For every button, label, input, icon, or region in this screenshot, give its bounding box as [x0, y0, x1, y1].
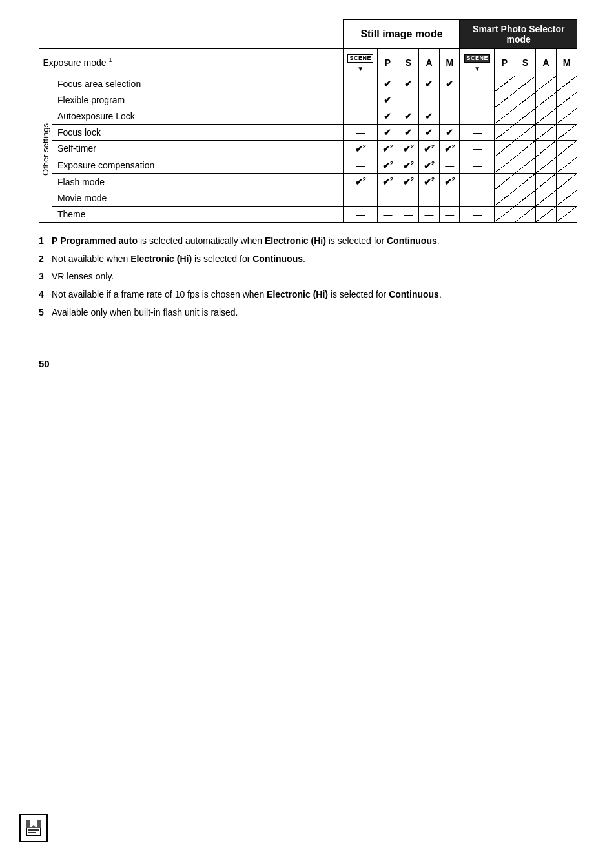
table-row: Autoexposure Lock — ✔ ✔ ✔ — — — [39, 108, 577, 125]
cell-scene-still: — — [344, 76, 378, 92]
col-s-still: S — [398, 49, 418, 76]
cell-p-still: ✔ — [377, 125, 398, 141]
feature-name: Self-timer — [52, 141, 344, 157]
cell-s-still: ✔ — [398, 108, 418, 125]
cell-p-smart — [495, 92, 515, 108]
cell-a-smart — [536, 174, 557, 190]
cell-scene-still: — — [344, 157, 378, 174]
feature-name: Theme — [52, 206, 344, 222]
col-scene-still: SCENE▼ — [344, 49, 378, 76]
cell-s-still: ✔ — [398, 125, 418, 141]
cell-p-smart — [495, 190, 515, 206]
cell-a-still: ✔2 — [418, 141, 439, 157]
page-content: Still image mode Smart Photo Selector mo… — [39, 19, 577, 369]
cell-a-still: ✔ — [418, 125, 439, 141]
cell-a-smart — [536, 108, 557, 125]
cell-p-still: ✔2 — [377, 174, 398, 190]
cell-a-still: — — [418, 92, 439, 108]
footnote-num-4: 4 — [39, 288, 49, 301]
cell-m-still: ✔2 — [439, 174, 460, 190]
svg-rect-3 — [28, 832, 36, 833]
footnote-5: 5 Available only when built-in flash uni… — [39, 306, 577, 320]
exposure-mode-label: Exposure mode 1 — [39, 49, 344, 76]
feature-name: Focus area selection — [52, 76, 344, 92]
cell-s-smart — [515, 157, 536, 174]
cell-m-still: ✔2 — [439, 141, 460, 157]
bottom-left-icon — [19, 814, 48, 842]
cell-p-smart — [495, 141, 515, 157]
side-label-cell: Other settings — [39, 76, 52, 223]
compatibility-table: Still image mode Smart Photo Selector mo… — [39, 19, 577, 223]
cell-s-smart — [515, 206, 536, 222]
cell-m-smart — [557, 108, 577, 125]
scene-badge-still: SCENE — [347, 54, 373, 63]
cell-p-smart — [495, 108, 515, 125]
cell-s-still: — — [398, 206, 418, 222]
still-mode-header: Still image mode — [344, 20, 460, 49]
table-row: Flash mode ✔2 ✔2 ✔2 ✔2 ✔2 — — [39, 174, 577, 190]
cell-a-smart — [536, 125, 557, 141]
cell-p-still: — — [377, 190, 398, 206]
cell-p-smart — [495, 174, 515, 190]
cell-p-smart — [495, 125, 515, 141]
cell-m-still: ✔ — [439, 125, 460, 141]
cell-s-smart — [515, 92, 536, 108]
cell-a-smart — [536, 76, 557, 92]
feature-name: Movie mode — [52, 190, 344, 206]
smart-mode-header: Smart Photo Selector mode — [460, 20, 577, 49]
cell-s-smart — [515, 190, 536, 206]
footnote-num-3: 3 — [39, 270, 49, 283]
table-row: Theme — — — — — — — [39, 206, 577, 222]
cell-s-still: ✔ — [398, 76, 418, 92]
cell-m-smart — [557, 206, 577, 222]
footnote-num-1: 1 — [39, 234, 49, 248]
cell-scene-still: — — [344, 125, 378, 141]
cell-p-still: ✔2 — [377, 141, 398, 157]
table-row: Flexible program — ✔ — — — — — [39, 92, 577, 108]
footnote-4: 4 Not available if a frame rate of 10 fp… — [39, 288, 577, 302]
svg-rect-2 — [28, 829, 39, 831]
footnote-text-2: Not available when Electronic (Hi) is se… — [52, 252, 577, 267]
cell-scene-still: — — [344, 92, 378, 108]
cell-a-still: ✔2 — [418, 157, 439, 174]
cell-scene-still: — — [344, 190, 378, 206]
col-m-smart: M — [557, 49, 577, 76]
cell-scene-smart: — — [460, 157, 494, 174]
footnote-text-5: Available only when built-in flash unit … — [52, 306, 577, 320]
cell-p-smart — [495, 157, 515, 174]
footnote-num-5: 5 — [39, 306, 49, 319]
table-row: Movie mode — — — — — — — [39, 190, 577, 206]
col-a-still: A — [418, 49, 439, 76]
cell-s-still: — — [398, 190, 418, 206]
table-row: Focus lock — ✔ ✔ ✔ ✔ — — [39, 125, 577, 141]
col-scene-smart: SCENE▼ — [460, 49, 494, 76]
cell-p-still: ✔ — [377, 108, 398, 125]
col-s-smart: S — [515, 49, 536, 76]
cell-s-still: — — [398, 92, 418, 108]
footnote-text-1: P Programmed auto is selected automatica… — [52, 234, 577, 248]
table-row: Self-timer ✔2 ✔2 ✔2 ✔2 ✔2 — — [39, 141, 577, 157]
cell-scene-still: ✔2 — [344, 174, 378, 190]
other-settings-label: Other settings — [41, 123, 50, 176]
scene-badge-smart: SCENE — [464, 54, 490, 63]
cell-a-still: ✔2 — [418, 174, 439, 190]
cell-s-still: ✔2 — [398, 174, 418, 190]
cell-p-still: — — [377, 206, 398, 222]
cell-s-smart — [515, 125, 536, 141]
cell-scene-smart: — — [460, 125, 494, 141]
feature-name: Exposure compensation — [52, 157, 344, 174]
cell-a-smart — [536, 206, 557, 222]
cell-p-smart — [495, 206, 515, 222]
cell-a-still: — — [418, 206, 439, 222]
cell-s-smart — [515, 141, 536, 157]
footnote-num-2: 2 — [39, 252, 49, 266]
cell-a-smart — [536, 157, 557, 174]
cell-p-still: ✔2 — [377, 157, 398, 174]
cell-m-smart — [557, 190, 577, 206]
bookmark-icon — [25, 819, 43, 837]
cell-scene-smart: — — [460, 92, 494, 108]
page-number: 50 — [39, 358, 50, 369]
cell-scene-still: — — [344, 206, 378, 222]
cell-m-still: — — [439, 157, 460, 174]
feature-name: Autoexposure Lock — [52, 108, 344, 125]
